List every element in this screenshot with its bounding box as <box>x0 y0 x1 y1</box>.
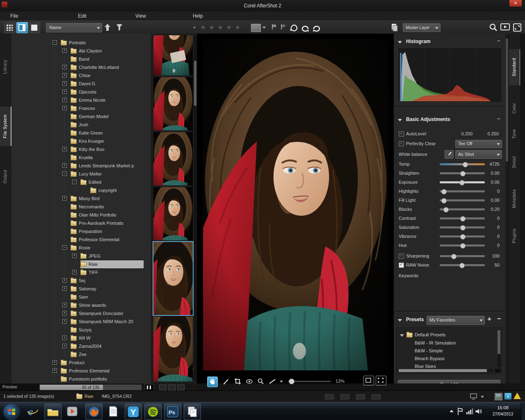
tree-item[interactable]: Josh <box>11 121 151 129</box>
browse-view-button[interactable] <box>16 22 28 33</box>
tree-item[interactable]: +Emma Nicole <box>11 96 151 104</box>
tree-item[interactable]: German Model <box>11 112 151 121</box>
tree-item[interactable]: +Steampunk Doncaster <box>11 309 151 317</box>
expand-icon[interactable]: + <box>62 336 67 340</box>
rotate-icon[interactable] <box>290 23 299 32</box>
presets-dropdown[interactable]: My Favorites <box>427 316 485 325</box>
filmstrip-thumbnail[interactable] <box>153 317 193 381</box>
warning-tray-icon[interactable] <box>514 393 521 399</box>
tree-item[interactable]: −Portraits <box>11 39 151 47</box>
autolevel-checkbox[interactable] <box>399 131 404 137</box>
tree-item[interactable]: +Steampunk NRM March 20 <box>11 317 151 326</box>
flag-pick-icon[interactable] <box>272 24 276 30</box>
filter-icon[interactable] <box>116 23 123 32</box>
tree-item[interactable]: +Wil W <box>11 334 151 342</box>
expand-icon[interactable]: + <box>72 270 77 274</box>
presets-hscrollbar[interactable] <box>398 369 493 372</box>
expand-icon[interactable]: + <box>62 81 67 86</box>
star-icon[interactable]: ★ <box>226 23 235 31</box>
tree-item[interactable]: +Salomay <box>11 285 151 293</box>
tree-item[interactable]: +Charlotte McLelland <box>11 63 151 71</box>
tree-item[interactable]: Necromantis <box>11 203 151 211</box>
star-icon[interactable]: ★ <box>209 23 217 31</box>
rating-dot-icon[interactable] <box>194 27 195 28</box>
star-icon[interactable]: ★ <box>217 23 226 31</box>
documents-icon[interactable] <box>184 404 201 420</box>
chevron-down-icon[interactable] <box>481 396 484 398</box>
filmstrip-camera-icon[interactable] <box>168 384 176 390</box>
filmstrip-thumbnail[interactable] <box>153 77 193 130</box>
expand-icon[interactable]: + <box>52 368 57 373</box>
temp-slider-handle[interactable] <box>463 162 468 167</box>
file-explorer-icon[interactable] <box>44 404 62 420</box>
expand-icon[interactable]: + <box>62 278 67 283</box>
display-settings-icon[interactable] <box>470 393 477 399</box>
action-center-flag-icon[interactable] <box>457 407 463 415</box>
tree-item[interactable]: +Danni G <box>11 80 151 88</box>
search-icon[interactable] <box>489 23 498 32</box>
hue-slider-handle[interactable] <box>460 243 466 249</box>
photo-tray-icon[interactable] <box>495 393 502 400</box>
tree-item[interactable]: Band <box>11 55 151 63</box>
panel-tab-color[interactable]: Color <box>509 98 520 118</box>
collapse-icon[interactable]: − <box>52 40 57 45</box>
titlebar[interactable]: Corel AfterShot 2 ✕ <box>0 0 525 11</box>
perfectly-clear-checkbox[interactable] <box>399 141 404 146</box>
redeye-tool-button[interactable] <box>244 377 254 386</box>
tree-item[interactable]: −Lucy Meller <box>11 170 151 178</box>
fullscreen-icon[interactable] <box>513 23 522 32</box>
panel-scrollbar[interactable] <box>505 34 509 383</box>
collapse-icon[interactable]: − <box>72 180 77 184</box>
expand-icon[interactable]: + <box>62 163 67 168</box>
perfectly-clear-dropdown[interactable]: Tex Off <box>455 140 502 148</box>
tree-item[interactable]: +Product <box>11 358 151 367</box>
star-icon[interactable]: ★ <box>200 23 209 31</box>
messenger-icon[interactable]: Y <box>125 404 142 420</box>
status-control[interactable] <box>356 394 365 399</box>
scrollbar-thumb[interactable] <box>506 39 508 162</box>
zoom-slider-handle[interactable] <box>289 379 294 384</box>
collapse-panel-icon[interactable]: − <box>497 38 500 44</box>
sidebar-tab-file-system[interactable]: File System <box>0 107 11 146</box>
collapse-icon[interactable] <box>398 319 402 322</box>
exposure-slider-handle[interactable] <box>459 180 465 185</box>
blacks-slider-handle[interactable] <box>443 207 449 212</box>
sharpening-checkbox[interactable] <box>399 253 404 259</box>
notepad-icon[interactable] <box>105 404 121 419</box>
image-view-button[interactable] <box>29 22 40 33</box>
tray-expand-icon[interactable] <box>450 410 454 412</box>
add-preset-button[interactable]: + <box>487 315 491 323</box>
sharpening-slider-handle[interactable] <box>451 254 457 259</box>
collapse-icon[interactable]: − <box>62 171 67 176</box>
slideshow-icon[interactable] <box>500 23 510 32</box>
collapse-icon[interactable] <box>400 334 404 337</box>
firefox-icon[interactable] <box>85 404 103 420</box>
tree-item[interactable]: copyright <box>11 186 151 194</box>
fit-screen-button[interactable] <box>363 376 374 386</box>
photoshop-icon[interactable]: Ps <box>164 404 181 420</box>
expand-icon[interactable]: + <box>62 303 67 307</box>
volume-icon[interactable] <box>475 408 483 415</box>
tree-item[interactable]: Sam <box>11 293 151 301</box>
tree-item[interactable]: Purestorm portfolio <box>11 375 151 383</box>
straighten-slider-handle[interactable] <box>460 171 466 176</box>
panel-tab-metadata[interactable]: Metadata <box>509 183 520 214</box>
raw-noise-checkbox[interactable] <box>399 262 404 268</box>
tree-item[interactable]: Professor Elemental <box>11 235 151 244</box>
tree-item[interactable]: +TIFF <box>11 268 151 276</box>
tree-item[interactable]: Kruella <box>11 153 151 162</box>
close-button[interactable]: ✕ <box>509 0 522 7</box>
straighten-tool-button[interactable] <box>267 377 277 386</box>
preset-item[interactable]: Bleach Bypass <box>415 356 445 361</box>
expand-icon[interactable]: + <box>62 106 67 110</box>
expand-icon[interactable]: + <box>52 360 57 365</box>
redo-icon[interactable] <box>312 23 321 32</box>
tree-item[interactable]: Kira Krueger <box>11 137 151 145</box>
tree-item[interactable]: +Sej <box>11 276 151 285</box>
autolevel-value-2[interactable]: 0.250 <box>475 131 499 136</box>
panel-tab-plugins[interactable]: Plugins <box>509 223 520 249</box>
tree-item[interactable]: +Professor Elemental <box>11 367 151 375</box>
tree-item[interactable]: +Kitty the Boo <box>11 145 151 153</box>
panel-tab-detail[interactable]: Detail <box>509 151 520 173</box>
filmstrip-thumbnail[interactable] <box>153 187 193 240</box>
